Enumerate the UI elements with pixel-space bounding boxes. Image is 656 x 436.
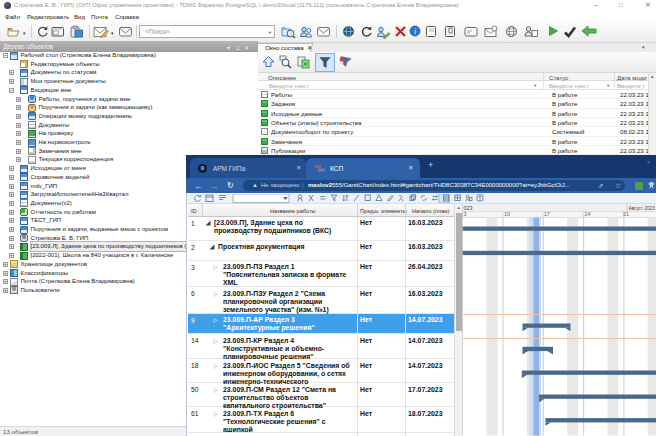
svg-text:Август 2023: Август 2023 (629, 206, 656, 211)
svg-text:17: 17 (544, 211, 550, 217)
svg-text:31: 31 (623, 211, 629, 217)
svg-text:24: 24 (585, 211, 591, 217)
svg-text:023: 023 (464, 205, 473, 211)
svg-text:10: 10 (504, 211, 510, 217)
svg-text:i: i (414, 27, 416, 36)
svg-text:3: 3 (464, 211, 467, 217)
